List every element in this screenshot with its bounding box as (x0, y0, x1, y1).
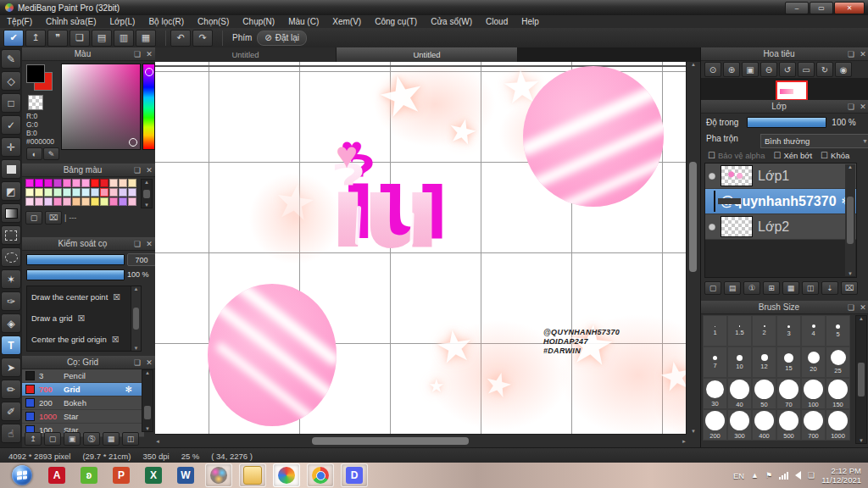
brush-size-cell[interactable]: 700 (801, 409, 826, 441)
brush-size-cell[interactable]: 300 (727, 409, 752, 441)
checked-checkbox-icon[interactable]: ☒ (112, 335, 120, 344)
palette-swatch[interactable] (44, 197, 53, 206)
palette-swatch[interactable] (63, 179, 71, 187)
palette-swatch[interactable] (72, 197, 81, 206)
delete-layer-icon[interactable]: ⌧ (841, 281, 858, 295)
start-button[interactable] (12, 465, 32, 485)
restore-button[interactable]: ▭ (810, 2, 833, 14)
palette-swatch[interactable] (81, 179, 90, 187)
canvas-vertical-scrollbar[interactable]: ▲▼ (686, 62, 700, 434)
menu-item[interactable]: Bộ lọc(R) (142, 17, 191, 26)
palette-swatch[interactable] (53, 188, 62, 197)
layer-row[interactable]: Lớp2 (705, 214, 856, 240)
brush-tool[interactable]: ✎ (1, 49, 21, 69)
bucket-tool[interactable]: ◩ (1, 181, 21, 201)
taskbar-app-acrobat[interactable]: A (44, 464, 70, 486)
checked-checkbox-icon[interactable]: ☒ (78, 313, 86, 323)
new-layer-icon[interactable]: ▢ (704, 281, 721, 295)
palette-swatch[interactable] (109, 197, 118, 206)
sv-cursor[interactable] (129, 138, 137, 147)
operation-tool[interactable]: ➤ (1, 358, 21, 377)
palette-swatch[interactable] (109, 179, 118, 187)
layer-option-checkbox[interactable]: ☐Khóa (821, 151, 849, 160)
palette-swatch[interactable] (91, 197, 99, 206)
palette-swatch[interactable] (44, 188, 53, 197)
close-icon[interactable]: ✕ (857, 50, 868, 58)
palette-swatch[interactable] (91, 179, 99, 187)
layer-row[interactable]: @quynhanh57370✻ (705, 189, 856, 214)
select-tool[interactable] (1, 225, 21, 245)
brush-option-row[interactable]: Center the grid origin☒ (27, 329, 141, 350)
brush-size-cell[interactable]: 1.5 (727, 315, 752, 347)
menu-item[interactable]: Tệp(F) (0, 17, 39, 26)
close-icon[interactable]: ✕ (143, 358, 155, 367)
brush-folder-icon[interactable]: ▦ (103, 432, 120, 446)
palette-swatch[interactable] (100, 197, 108, 206)
layer-row[interactable]: Lớp1 (705, 164, 856, 189)
palette-swatch[interactable] (128, 197, 136, 206)
brush-size-cell[interactable]: 1 (703, 315, 727, 347)
taskbar-app-word[interactable]: W (173, 464, 198, 486)
lasso-tool[interactable] (1, 247, 21, 267)
fit-window-icon[interactable]: ▣ (742, 62, 759, 77)
document-icon[interactable]: ▤ (92, 30, 112, 47)
brush-size-cell[interactable]: 70 (776, 378, 801, 409)
taskbar-app-medibang[interactable] (205, 463, 232, 487)
palette-swatch[interactable] (72, 188, 81, 197)
palette-swatch[interactable] (44, 179, 53, 187)
brush-size-cell[interactable]: 20 (801, 347, 826, 378)
options-scrollbar[interactable]: ▲▼ (131, 286, 141, 351)
brush-size-cell[interactable]: 12 (752, 347, 776, 378)
eyedropper-tool[interactable]: ✐ (1, 402, 21, 421)
taskbar-app-powerpoint[interactable]: P (108, 464, 134, 486)
merge-layer-icon[interactable]: ⇣ (821, 281, 838, 295)
grid-view-icon[interactable]: ▦ (136, 30, 156, 47)
brush-row[interactable]: 3Pencil (22, 369, 144, 383)
add-layer-menu-icon[interactable]: ⊞ (763, 281, 780, 295)
palette-swatch[interactable] (53, 197, 62, 206)
brush-row[interactable]: 1000Star (22, 410, 144, 424)
palette-swatch[interactable] (72, 179, 81, 187)
zoom-out-icon[interactable]: ⊖ (760, 62, 777, 77)
comment-icon[interactable]: ❞ (47, 30, 68, 47)
fill-shape-tool[interactable] (1, 159, 21, 179)
hand-tool[interactable]: ☝ (1, 424, 21, 443)
palette-swatch[interactable] (119, 179, 127, 187)
redo-icon[interactable]: ↷ (192, 30, 213, 47)
palette-swatch[interactable] (81, 188, 90, 197)
volume-icon[interactable] (795, 471, 801, 480)
rotate-ccw-icon[interactable]: ↺ (779, 62, 796, 77)
brush-size-cell[interactable]: 15 (776, 347, 801, 378)
layer-option-checkbox[interactable]: ☐Bảo vệ alpha (708, 151, 765, 160)
duplicate-layer-icon[interactable]: ◫ (802, 281, 819, 295)
delete-swatch-icon[interactable]: ⌧ (45, 211, 62, 225)
layer-visibility-icon[interactable] (709, 173, 715, 180)
gear-icon[interactable]: ✻ (125, 385, 132, 394)
saturation-value-picker[interactable] (61, 64, 141, 150)
desktop-peek-icon[interactable]: ❏ (808, 471, 815, 480)
cloud-upload-icon[interactable]: ↥ (25, 432, 42, 446)
palette-swatch[interactable] (35, 197, 43, 206)
select-eraser-tool[interactable]: ◈ (1, 313, 21, 333)
canvas-horizontal-scrollbar[interactable]: ◄► (155, 434, 687, 448)
menu-item[interactable]: Công cụ(T) (368, 17, 424, 26)
brush-size-cell[interactable]: 500 (776, 409, 801, 441)
brush-size-cell[interactable]: 400 (752, 409, 776, 441)
popout-icon[interactable]: ❏ (845, 103, 857, 111)
export-icon[interactable]: ↥ (25, 30, 46, 47)
taskbar-app-explorer[interactable] (239, 463, 266, 487)
close-icon[interactable]: ✕ (857, 103, 868, 111)
transparent-color-swatch[interactable] (28, 95, 43, 110)
palette-swatch[interactable] (100, 179, 108, 187)
brush-size-cell[interactable]: 1000 (826, 409, 850, 441)
brush-row[interactable]: 200Bokeh (22, 396, 144, 410)
brush-size-cell[interactable]: 25 (826, 347, 850, 378)
blend-mode-select[interactable]: Bình thường▼ (760, 134, 868, 148)
popout-icon[interactable]: ❏ (131, 50, 143, 58)
layer-scrollbar[interactable]: ▲▼ (845, 164, 855, 276)
taskbar-app-green-app[interactable]: ʚ (76, 464, 102, 486)
cloud-save-icon[interactable]: ✔ (3, 30, 24, 47)
menu-item[interactable]: Màu (C) (281, 17, 326, 26)
popout-icon[interactable]: ❏ (131, 358, 143, 367)
palette-swatch[interactable] (128, 179, 136, 187)
